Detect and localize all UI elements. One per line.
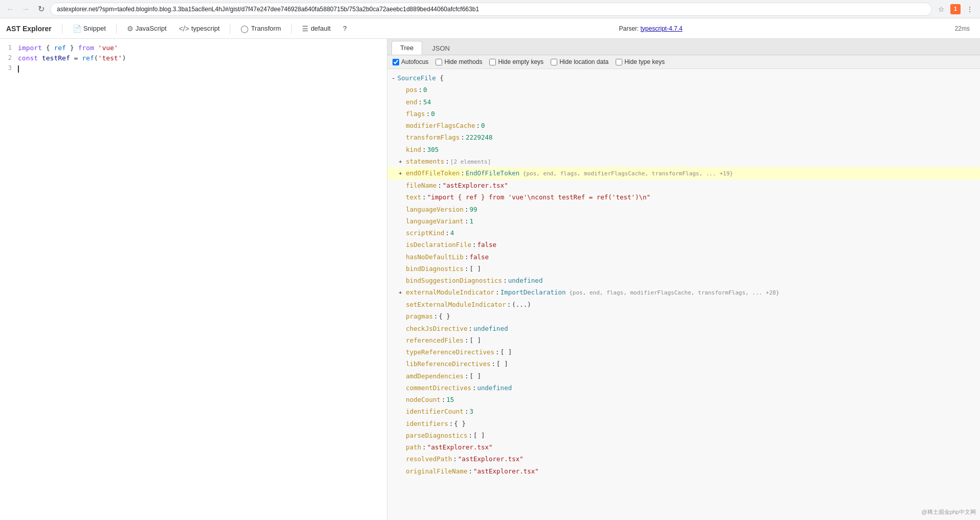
tree-row-libreferencedirectives[interactable]: libReferenceDirectives : [ ] (387, 358, 980, 370)
tree-row-pragmas[interactable]: pragmas : { } (387, 310, 980, 322)
key-parsediagnostics: parseDiagnostics (406, 430, 467, 441)
url-bar[interactable] (50, 3, 932, 16)
tree-row-text[interactable]: text : "import { ref } from 'vue'\nconst… (387, 191, 980, 203)
tree-row-isdeclarationfile[interactable]: isDeclarationFile : false (387, 239, 980, 251)
checkbox-hide-type-keys[interactable]: Hide type keys (616, 58, 665, 65)
code-line-3: 3 (0, 63, 387, 74)
parser-link[interactable]: typescript-4.7.4 (641, 25, 683, 32)
val-resolvedpath: "astExplorer.tsx" (458, 454, 524, 464)
language-menu[interactable]: ⚙ JavaScript (123, 23, 171, 34)
tree-row-modifierflagscache[interactable]: modifierFlagsCache : 0 (387, 120, 980, 131)
val-amddependencies: [ ] (469, 371, 481, 381)
hide-location-checkbox[interactable] (551, 59, 557, 65)
typescript-menu[interactable]: </> typescript (175, 23, 224, 34)
tree-row-typereferencedirectives[interactable]: typeReferenceDirectives : [ ] (387, 346, 980, 358)
key-end: end (406, 97, 418, 107)
val-externalmoduleindicator-type: ImportDeclaration (500, 287, 566, 298)
tree-row-transformflags[interactable]: transformFlags : 2229248 (387, 131, 980, 143)
menu-button[interactable]: ⋮ (964, 3, 976, 15)
tree-row-languageversion[interactable]: languageVersion : 99 (387, 204, 980, 215)
tree-row-setexternalmoduleindicator[interactable]: setExternalModuleIndicator : (...) (387, 299, 980, 310)
tree-toggle-sourcefile[interactable]: - (391, 73, 396, 83)
key-amddependencies: amdDependencies (406, 371, 464, 381)
snippet-menu[interactable]: 📄 Snippet (69, 23, 110, 34)
tree-row-statements[interactable]: + statements : [2 elements] (387, 155, 980, 168)
hide-type-keys-checkbox[interactable] (616, 59, 622, 65)
key-checkjsdirective: checkJsDirective (406, 323, 467, 334)
tree-row-flags[interactable]: flags : 0 (387, 108, 980, 120)
val-filename: "astExplorer.tsx" (443, 180, 508, 191)
help-button[interactable]: ? (339, 23, 351, 34)
tab-json[interactable]: JSON (423, 41, 459, 55)
toggle-statements[interactable]: + (399, 157, 406, 167)
default-menu[interactable]: ☰ default (298, 23, 335, 34)
val-binddiagnostics: [ ] (469, 263, 481, 274)
forward-button[interactable]: → (19, 3, 32, 15)
tree-row-externalmoduleindicator[interactable]: + externalModuleIndicator : ImportDeclar… (387, 286, 980, 299)
code-line-1: 1 import { ref } from 'vue' (0, 43, 387, 53)
hide-empty-keys-checkbox[interactable] (489, 59, 496, 65)
tree-row-originalfilename[interactable]: originalFileName : "astExplorer.tsx" (387, 465, 980, 477)
key-flags: flags (406, 108, 425, 119)
ast-tree[interactable]: - SourceFile { pos : 0 end : 54 (387, 69, 980, 520)
tree-row-identifiercount[interactable]: identifierCount : 3 (387, 405, 980, 417)
tree-row-path[interactable]: path : "astExplorer.tsx" (387, 441, 980, 453)
tree-row-bindsuggestiondiagnostics[interactable]: bindSuggestionDiagnostics : undefined (387, 275, 980, 286)
checkbox-autofocus[interactable]: Autofocus (393, 58, 428, 65)
key-bindsuggestiondiagnostics: bindSuggestionDiagnostics (406, 275, 502, 286)
tree-row-endoffiletoken[interactable]: + endOfFileToken : EndOfFileToken {pos, … (387, 167, 980, 179)
checkbox-hide-empty-keys[interactable]: Hide empty keys (489, 58, 543, 65)
watermark: @稀土掘金php中文网 (921, 508, 976, 516)
tree-row-pos[interactable]: pos : 0 (387, 84, 980, 96)
val-statements: [2 elements] (450, 157, 491, 167)
key-libreferencedirectives: libReferenceDirectives (406, 358, 491, 369)
tree-row-nodecount[interactable]: nodeCount : 15 (387, 394, 980, 405)
tree-row-commentdirectives[interactable]: commentDirectives : undefined (387, 382, 980, 394)
tree-row-end[interactable]: end : 54 (387, 96, 980, 108)
tree-row-amddependencies[interactable]: amdDependencies : [ ] (387, 370, 980, 382)
transform-toggle[interactable]: ◯ Transform (236, 23, 285, 34)
tab-tree[interactable]: Tree (391, 41, 422, 55)
key-text: text (406, 192, 421, 202)
key-modifierflagscache: modifierFlagsCache (406, 120, 475, 131)
val-externalmoduleindicator-summary: {pos, end, flags, modifierFlagsCache, tr… (566, 288, 779, 298)
code-line-2: 2 const testRef = ref('test') (0, 53, 387, 63)
tree-row-scriptkind[interactable]: scriptKind : 4 (387, 227, 980, 239)
bookmark-button[interactable]: ☆ (935, 3, 947, 15)
val-commentdirectives: undefined (477, 382, 512, 393)
tree-row-sourcefile[interactable]: - SourceFile { (387, 72, 980, 84)
tree-row-referencedfiles[interactable]: referencedFiles : [ ] (387, 334, 980, 346)
key-pos: pos (406, 84, 418, 95)
val-parsediagnostics: [ ] (473, 430, 485, 441)
line-content-2: const testRef = ref('test') (18, 53, 387, 63)
tree-row-kind[interactable]: kind : 305 (387, 144, 980, 155)
tree-row-resolvedpath[interactable]: resolvedPath : "astExplorer.tsx" (387, 453, 980, 465)
autofocus-checkbox[interactable] (393, 59, 399, 65)
checkbox-hide-methods[interactable]: Hide methods (435, 58, 482, 65)
hide-methods-checkbox[interactable] (435, 59, 442, 65)
val-languagevariant: 1 (469, 216, 473, 227)
key-transformflags: transformFlags (406, 132, 460, 143)
extensions-button[interactable]: 1 (949, 3, 962, 15)
tree-row-binddiagnostics[interactable]: bindDiagnostics : [ ] (387, 263, 980, 275)
snippet-icon: 📄 (73, 25, 81, 33)
toggle-externalmoduleindicator[interactable]: + (399, 288, 406, 298)
tree-row-parsediagnostics[interactable]: parseDiagnostics : [ ] (387, 429, 980, 441)
tree-row-languagevariant[interactable]: languageVariant : 1 (387, 215, 980, 227)
line-number-2: 2 (0, 53, 18, 62)
toggle-endoffiletoken[interactable]: + (399, 169, 406, 179)
tree-row-identifiers[interactable]: identifiers : { } (387, 418, 980, 429)
back-button[interactable]: ← (4, 3, 16, 15)
tree-row-hasnodefaultlib[interactable]: hasNoDefaultLib : false (387, 251, 980, 263)
tree-row-filename[interactable]: fileName : "astExplorer.tsx" (387, 179, 980, 191)
val-checkjsdirective: undefined (473, 323, 508, 334)
val-endoffiletoken-summary: {pos, end, flags, modifierFlagsCache, tr… (519, 169, 733, 179)
checkbox-hide-location[interactable]: Hide location data (551, 58, 608, 65)
tree-row-checkjsdirective[interactable]: checkJsDirective : undefined (387, 323, 980, 334)
editor-pane[interactable]: 1 import { ref } from 'vue' 2 const test… (0, 39, 387, 520)
key-scriptkind: scriptKind (406, 228, 444, 238)
key-commentdirectives: commentDirectives (406, 382, 471, 393)
sep4 (291, 24, 292, 34)
reload-button[interactable]: ↻ (35, 3, 47, 15)
key-externalmoduleindicator: externalModuleIndicator (406, 287, 494, 298)
